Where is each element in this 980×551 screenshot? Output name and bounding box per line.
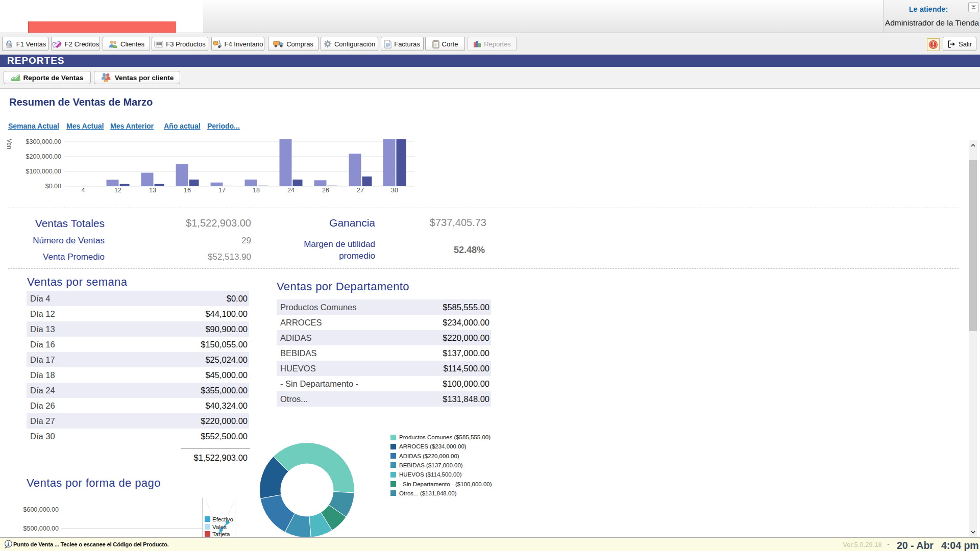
svg-text:12: 12 (114, 187, 121, 194)
svg-text:17: 17 (218, 187, 226, 194)
svg-text:4: 4 (82, 187, 85, 194)
svg-text:$300,000.00: $300,000.00 (26, 138, 61, 145)
svg-text:$100,000.00: $100,000.00 (26, 168, 61, 175)
svg-text:26: 26 (322, 187, 329, 194)
svg-text:30: 30 (391, 187, 398, 194)
svg-text:Ven: Ven (6, 139, 13, 149)
svg-text:16: 16 (184, 187, 191, 194)
svg-text:18: 18 (253, 187, 260, 194)
svg-text:$200,000.00: $200,000.00 (26, 153, 61, 160)
svg-text:13: 13 (149, 187, 156, 194)
svg-text:$0.00: $0.00 (45, 183, 61, 190)
svg-text:24: 24 (287, 187, 295, 194)
svg-text:27: 27 (357, 187, 364, 194)
